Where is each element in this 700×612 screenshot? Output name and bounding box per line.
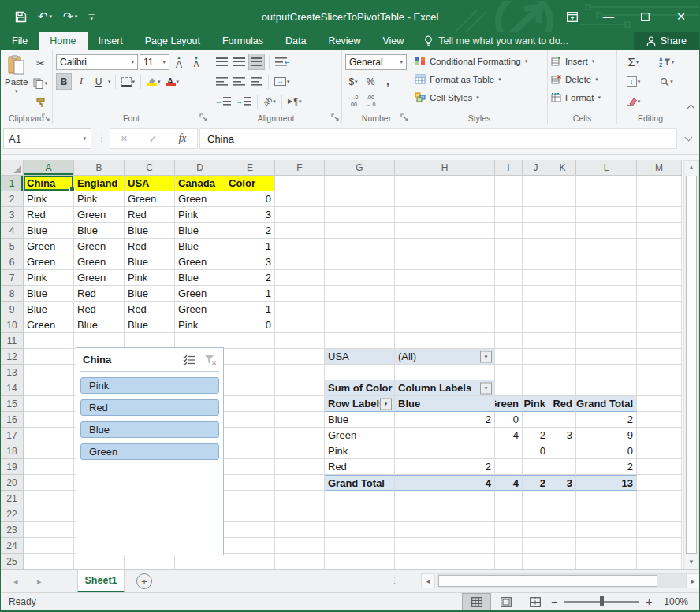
row-header-14[interactable]: 14 xyxy=(1,380,24,396)
cell-H15[interactable]: Blue xyxy=(395,396,495,412)
cell-A18[interactable] xyxy=(24,443,74,459)
multi-select-icon[interactable] xyxy=(183,354,196,365)
cell-C3[interactable]: Red xyxy=(125,207,175,223)
cell-D25[interactable] xyxy=(175,554,225,569)
cell-F3[interactable] xyxy=(275,207,325,223)
cell-D8[interactable]: Green xyxy=(175,286,225,302)
horizontal-scrollbar[interactable] xyxy=(437,573,687,588)
cell-K3[interactable] xyxy=(549,207,576,223)
sort-filter-button[interactable]: AZ ▾ xyxy=(653,54,680,70)
cell-K7[interactable] xyxy=(549,270,576,286)
cell-E18[interactable] xyxy=(225,443,275,459)
cell-E1[interactable]: Color xyxy=(225,176,275,191)
cell-I2[interactable] xyxy=(495,191,523,207)
cell-K11[interactable] xyxy=(549,333,576,349)
filter-dropdown-H12[interactable]: ▼ xyxy=(480,351,492,362)
cell-M23[interactable] xyxy=(637,522,682,538)
cell-K14[interactable] xyxy=(549,380,576,396)
cell-H8[interactable] xyxy=(395,286,495,302)
ribbon-display-options-button[interactable] xyxy=(554,1,590,32)
cell-C25[interactable] xyxy=(125,554,175,569)
cell-I1[interactable] xyxy=(495,176,523,191)
decrease-decimal-button[interactable]: .00→.0 xyxy=(363,93,378,109)
cell-H24[interactable] xyxy=(395,538,495,554)
cell-J7[interactable] xyxy=(523,270,549,286)
cell-A3[interactable]: Red xyxy=(24,207,74,223)
name-box-dropdown-arrow[interactable]: ▾ xyxy=(83,135,86,142)
sheet-tab-sheet1[interactable]: Sheet1 xyxy=(77,570,125,592)
cell-L8[interactable] xyxy=(576,286,637,302)
cut-button[interactable]: ✂ xyxy=(32,55,49,72)
cell-J17[interactable]: 2 xyxy=(523,428,549,443)
cell-L7[interactable] xyxy=(576,270,637,286)
cell-G4[interactable] xyxy=(325,223,395,239)
cell-A9[interactable]: Blue xyxy=(24,302,74,317)
cell-F6[interactable] xyxy=(275,254,325,270)
row-header-18[interactable]: 18 xyxy=(1,443,24,459)
cell-D5[interactable]: Blue xyxy=(175,239,225,254)
cell-C4[interactable]: Blue xyxy=(125,223,175,239)
cell-K9[interactable] xyxy=(549,302,576,317)
cell-H25[interactable] xyxy=(395,554,495,569)
cell-J12[interactable] xyxy=(523,349,549,365)
format-as-table-button[interactable]: Format as Table▾ xyxy=(415,70,544,88)
cell-M11[interactable] xyxy=(637,333,682,349)
cell-H16[interactable]: 2 xyxy=(395,412,495,428)
cell-M19[interactable] xyxy=(637,459,682,475)
slicer-item-red[interactable]: Red xyxy=(80,399,219,416)
cell-E9[interactable]: 1 xyxy=(225,302,275,317)
cell-G2[interactable] xyxy=(325,191,395,207)
row-header-17[interactable]: 17 xyxy=(1,428,24,443)
cell-A4[interactable]: Blue xyxy=(24,223,74,239)
row-header-7[interactable]: 7 xyxy=(1,270,24,286)
cell-L10[interactable] xyxy=(576,317,637,333)
borders-button[interactable]: ▾ xyxy=(120,73,137,90)
cell-G8[interactable] xyxy=(325,286,395,302)
cell-F15[interactable] xyxy=(275,396,325,412)
cell-G11[interactable] xyxy=(325,333,395,349)
cell-K6[interactable] xyxy=(549,254,576,270)
row-header-6[interactable]: 6 xyxy=(1,254,24,270)
cell-J13[interactable] xyxy=(523,365,549,380)
cell-F14[interactable] xyxy=(275,380,325,396)
cell-L4[interactable] xyxy=(576,223,637,239)
cell-L14[interactable] xyxy=(576,380,637,396)
cell-F21[interactable] xyxy=(275,491,325,506)
page-layout-view-button[interactable] xyxy=(491,593,520,610)
cell-B9[interactable]: Red xyxy=(74,302,125,317)
cell-G25[interactable] xyxy=(325,554,395,569)
cell-F20[interactable] xyxy=(275,475,325,491)
cell-C9[interactable]: Red xyxy=(125,302,175,317)
cell-H2[interactable] xyxy=(395,191,495,207)
row-header-19[interactable]: 19 xyxy=(1,459,24,475)
cell-J10[interactable] xyxy=(523,317,549,333)
alignment-dialog-launcher[interactable] xyxy=(331,113,340,122)
cell-I6[interactable] xyxy=(495,254,523,270)
cell-G12[interactable]: USA xyxy=(325,349,395,365)
cell-F10[interactable] xyxy=(275,317,325,333)
cell-M20[interactable] xyxy=(637,475,682,491)
cell-H21[interactable] xyxy=(395,491,495,506)
expand-formula-bar-button[interactable] xyxy=(681,132,695,145)
cell-L18[interactable]: 0 xyxy=(576,443,637,459)
cell-I8[interactable] xyxy=(495,286,523,302)
cell-M1[interactable] xyxy=(637,176,682,191)
row-header-20[interactable]: 20 xyxy=(1,475,24,491)
row-header-1[interactable]: 1 xyxy=(1,176,24,191)
cell-M21[interactable] xyxy=(637,491,682,506)
column-header-H[interactable]: H xyxy=(395,160,495,176)
cell-A11[interactable] xyxy=(24,333,74,349)
wrap-text-button[interactable]: ↵ xyxy=(274,54,292,70)
insert-function-button[interactable]: fx xyxy=(178,132,186,145)
cell-B1[interactable]: England xyxy=(74,176,125,191)
column-header-E[interactable]: E xyxy=(225,160,275,176)
cell-I25[interactable] xyxy=(495,554,523,569)
formula-input[interactable]: China xyxy=(199,128,677,149)
row-header-15[interactable]: 15 xyxy=(1,396,24,412)
cell-K20[interactable]: 3 xyxy=(549,475,576,491)
cell-F7[interactable] xyxy=(275,270,325,286)
cell-M4[interactable] xyxy=(637,223,682,239)
cell-M22[interactable] xyxy=(637,506,682,522)
row-header-11[interactable]: 11 xyxy=(1,333,24,349)
align-right-button[interactable] xyxy=(248,73,264,90)
